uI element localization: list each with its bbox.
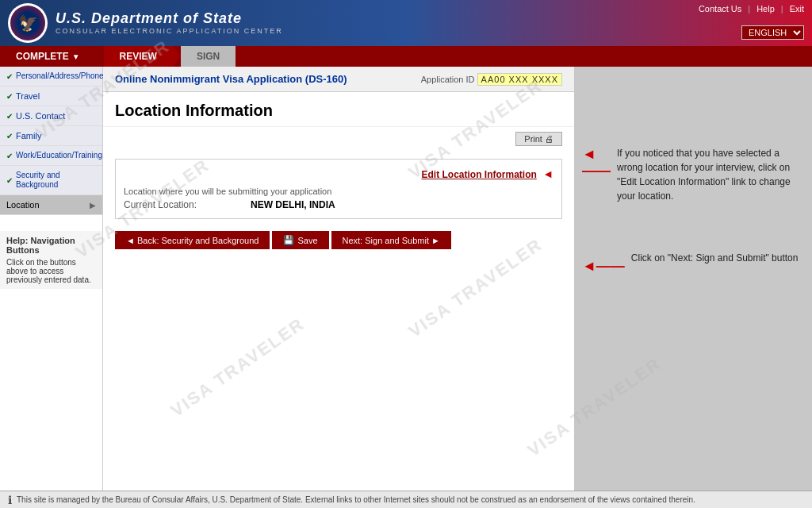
edit-annotation-arrow: ◄—— — [582, 146, 611, 179]
current-location-label: Current Location: — [124, 199, 251, 210]
sidebar-help: Help: Navigation Buttons Click on the bu… — [0, 231, 102, 289]
footer-text: This site is managed by the Bureau of Co… — [17, 495, 695, 504]
footer-icon: ℹ — [8, 494, 12, 506]
contact-link[interactable]: Contact Us — [699, 4, 741, 13]
app-title: Online Nonimmigrant Visa Application (DS… — [115, 73, 347, 85]
page-title: Location Information — [103, 92, 574, 127]
save-icon: 💾 — [283, 235, 294, 245]
print-button[interactable]: Print 🖨 — [515, 132, 562, 146]
app-id-value: AA00 XXX XXXX — [477, 73, 562, 86]
main-content: Online Nonimmigrant Visa Application (DS… — [103, 67, 574, 491]
sidebar-item-personal[interactable]: ✔ Personal/Address/Phone/Passport — [0, 67, 102, 87]
nav-sign: SIGN — [181, 46, 236, 67]
current-location-value: NEW DELHI, INDIA — [251, 199, 335, 210]
sidebar: ✔ Personal/Address/Phone/Passport ✔ Trav… — [0, 67, 103, 491]
sidebar-item-family[interactable]: ✔ Family — [0, 126, 102, 146]
nav-bar: COMPLETE ▼ REVIEW SIGN — [0, 46, 812, 67]
edit-link-row: Edit Location Information ◄ — [124, 167, 553, 180]
next-button[interactable]: Next: Sign and Submit ► — [331, 231, 451, 249]
exit-link[interactable]: Exit — [790, 4, 804, 13]
sidebar-item-work[interactable]: ✔ Work/Education/Training — [0, 146, 102, 166]
language-selector-area: ENGLISH — [741, 25, 804, 40]
print-bar: Print 🖨 — [103, 127, 574, 151]
sidebar-item-location[interactable]: Location ▶ — [0, 195, 102, 215]
sidebar-item-us-contact[interactable]: ✔ U.S. Contact — [0, 106, 102, 126]
language-select[interactable]: ENGLISH — [741, 25, 804, 40]
next-annotation-text: Click on "Next: Sign and Submit" button — [631, 251, 799, 265]
save-button[interactable]: 💾 Save — [272, 231, 328, 249]
edit-arrow-icon: ◄ — [542, 167, 553, 180]
seal-icon: 🦅 — [10, 6, 45, 40]
nav-complete[interactable]: COMPLETE ▼ — [0, 46, 96, 67]
site-header: 🦅 U.S. Department of State CONSULAR ELEC… — [0, 0, 812, 46]
page-header: Online Nonimmigrant Visa Application (DS… — [103, 67, 574, 92]
footer: ℹ This site is managed by the Bureau of … — [0, 491, 812, 508]
sidebar-item-security[interactable]: ✔ Security and Background — [0, 166, 102, 195]
edit-annotation-text: If you noticed that you have selected a … — [617, 146, 804, 203]
current-location-row: Current Location: NEW DELHI, INDIA — [124, 199, 553, 210]
print-icon: 🖨 — [545, 134, 553, 144]
bottom-nav-buttons: ◄ Back: Security and Background 💾 Save N… — [115, 231, 562, 249]
header-title: U.S. Department of State CONSULAR ELECTR… — [56, 10, 283, 36]
location-form-section: Edit Location Information ◄ Location whe… — [115, 159, 562, 219]
top-links: Contact Us | Help | Exit — [699, 4, 804, 13]
right-annotation-panel: ◄—— If you noticed that you have selecte… — [574, 67, 812, 491]
help-link[interactable]: Help — [756, 4, 775, 13]
app-id-area: Application ID AA00 XXX XXXX — [421, 75, 562, 84]
nav-review[interactable]: REVIEW — [104, 46, 173, 67]
dept-name: U.S. Department of State — [56, 10, 283, 28]
dept-sub: CONSULAR ELECTRONIC APPLICATION CENTER — [56, 27, 283, 36]
state-dept-logo: 🦅 — [8, 3, 48, 43]
edit-location-link[interactable]: Edit Location Information — [421, 169, 536, 180]
location-sublabel: Location where you will be submitting yo… — [124, 187, 553, 196]
back-button[interactable]: ◄ Back: Security and Background — [115, 231, 270, 249]
next-annotation-arrow: ◄—— — [582, 258, 625, 275]
sidebar-item-travel[interactable]: ✔ Travel — [0, 87, 102, 106]
